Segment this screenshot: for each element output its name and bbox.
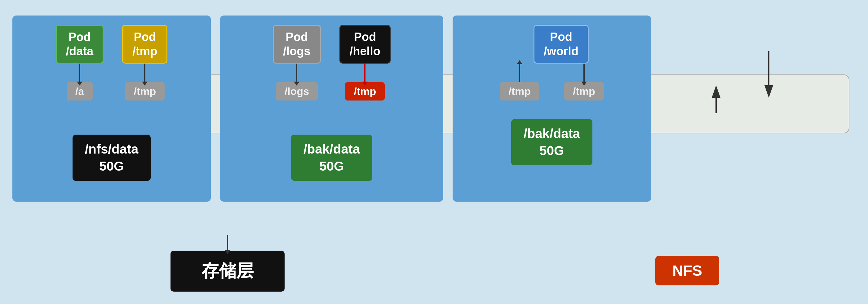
pod-logs-col: Pod/logs /logs: [273, 25, 321, 100]
panel1-volume: /nfs/data50G: [72, 134, 151, 181]
panel3-pods-row: Pod/world: [515, 25, 589, 64]
nfs-box-container: NFS: [655, 256, 719, 285]
pod-hello-col: Pod/hello /tmp: [339, 25, 391, 100]
panel2-volume: /bak/data50G: [291, 134, 372, 181]
arrow-data-down: [79, 64, 80, 82]
panel3-mounts-row: /tmp /tmp: [500, 64, 604, 100]
pod-tmp: Pod/tmp: [122, 25, 167, 64]
panel3-volume: /bak/data50G: [511, 119, 592, 165]
pod-data: Pod/data: [56, 25, 104, 64]
main-container: Pod/data /a Pod/tmp /tmp /nfs/data50G Po…: [0, 0, 868, 304]
arrow-tmp-down: [144, 64, 145, 82]
arrow-world-down: [583, 64, 585, 82]
volume-nfs: /nfs/data50G: [72, 134, 151, 181]
node-panel-1: Pod/data /a Pod/tmp /tmp /nfs/data50G: [12, 16, 211, 202]
node-panel-3: Pod/world /tmp /tmp /bak/data50G: [453, 16, 651, 202]
volume-bak-1: /bak/data50G: [291, 134, 372, 181]
pod-data-col: Pod/data /a: [56, 25, 104, 100]
pod-hello: Pod/hello: [339, 25, 391, 64]
pod-world: Pod/world: [533, 25, 589, 64]
panel2-pods-row: Pod/logs /logs Pod/hello /tmp: [273, 25, 391, 100]
nfs-label: NFS: [655, 256, 719, 285]
panel1-pods-row: Pod/data /a Pod/tmp /tmp: [56, 25, 168, 100]
node-panel-2: Pod/logs /logs Pod/hello /tmp /bak/data5…: [220, 16, 443, 202]
arrow-hello-down: [364, 64, 366, 82]
panel3-tmp2-col: /tmp: [564, 64, 604, 100]
pod-tmp-col: Pod/tmp /tmp: [122, 25, 167, 100]
pod-world-col: Pod/world: [533, 25, 589, 64]
pod-logs: Pod/logs: [273, 25, 321, 64]
arrow-tmp3-up: [519, 64, 520, 82]
storage-layer: 存储层: [170, 251, 285, 292]
arrow-storage-down: [227, 235, 228, 251]
volume-bak-2: /bak/data50G: [511, 119, 592, 165]
mount-tmp3-1: /tmp: [500, 82, 539, 100]
arrow-logs-down: [296, 64, 297, 82]
panel3-tmp1-col: /tmp: [500, 64, 539, 100]
